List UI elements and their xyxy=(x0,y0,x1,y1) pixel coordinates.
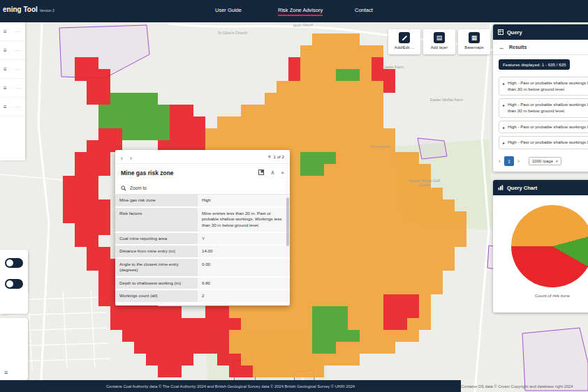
collapse-icon[interactable]: ∧ xyxy=(270,170,274,176)
table-row: Mine gas risk zoneHigh xyxy=(115,195,290,206)
app-version: Version 3 xyxy=(40,8,54,13)
results-label: Results xyxy=(509,45,527,50)
query-icon xyxy=(498,29,504,35)
query-chart-header: Query Chart xyxy=(493,180,588,195)
query-chart-panel: Query Chart Count of risk zone xyxy=(493,180,588,312)
results-header: ← Results xyxy=(493,40,588,55)
chevron-right-icon[interactable]: › xyxy=(517,158,520,165)
nav-risk-zone-advisory[interactable]: Risk Zone Advisory xyxy=(278,7,323,16)
basemap-icon: ▦ xyxy=(469,32,480,43)
map-label: Castle Farm xyxy=(383,65,404,69)
query-chart-title: Query Chart xyxy=(507,185,537,191)
row-label: Coal mine reporting area xyxy=(115,233,198,245)
ellipsis-icon[interactable]: ··· xyxy=(15,86,22,91)
result-label: High - Past or probable shallow workings… xyxy=(508,124,588,130)
bar-chart-icon xyxy=(498,185,504,190)
ellipsis-icon[interactable]: ··· xyxy=(15,105,22,110)
chevron-down-icon: ▾ xyxy=(556,159,558,163)
row-value: 14.00 xyxy=(198,246,290,257)
edit-icon xyxy=(399,32,410,43)
page-number-button[interactable]: 1 xyxy=(504,156,514,166)
zoom-to-label: Zoom to xyxy=(130,186,147,190)
chevron-right-icon: ▸ xyxy=(503,103,505,114)
tool-label: Add/Edit ... xyxy=(395,45,414,50)
layer-row[interactable]: ≡··· xyxy=(0,22,25,41)
table-row: Depth to shallowest working (m)9.80 xyxy=(115,278,290,289)
legend-icon: ≡ xyxy=(3,66,7,73)
popup-scrollbar[interactable] xyxy=(286,197,289,246)
map-toolbar: Add/Edit ... ▤ Add layer ▦ Basemaps xyxy=(388,29,490,54)
layer-row[interactable]: ≡··· xyxy=(0,98,25,116)
legend-icon: ≡ xyxy=(3,47,7,54)
query-panel-title: Query xyxy=(507,29,522,36)
ellipsis-icon[interactable]: ··· xyxy=(15,29,22,34)
back-arrow-icon[interactable]: ← xyxy=(499,44,505,51)
attribution-bar: Contains Coal Authority data © The Coal … xyxy=(0,380,461,392)
toggle-knob xyxy=(6,280,13,287)
chevron-right-icon: ▸ xyxy=(503,140,505,146)
legend-icon: ≡ xyxy=(3,29,7,35)
result-label: High - Past or probable shallow workings… xyxy=(508,102,588,114)
attribution-text: Contains Coal Authority data © The Coal … xyxy=(106,384,355,389)
dock-icon[interactable] xyxy=(258,169,264,176)
tool-label: Add layer xyxy=(431,45,448,50)
nav-contact[interactable]: Contact xyxy=(355,7,373,13)
pie-chart xyxy=(511,205,588,287)
layer-row[interactable]: ≡··· xyxy=(0,41,25,60)
ellipsis-icon[interactable]: ··· xyxy=(15,67,22,72)
page-size-value: 1000 /page xyxy=(532,159,553,163)
table-row: Workings count (all)2 xyxy=(115,290,290,302)
row-label: Risk factors xyxy=(115,208,198,232)
ellipsis-icon[interactable]: ··· xyxy=(15,48,22,53)
chevron-left-icon[interactable]: ‹ xyxy=(121,155,123,162)
close-icon[interactable]: × xyxy=(281,170,284,176)
layer-list-panel: ≡··· ≡··· ≡··· ≡··· ≡··· xyxy=(0,22,25,160)
add-layer-button[interactable]: ▤ Add layer xyxy=(423,29,455,54)
basemaps-button[interactable]: ▦ Basemaps xyxy=(458,29,490,54)
pie-chart-caption: Count of risk zone xyxy=(493,293,588,298)
nav-user-guide[interactable]: User Guide xyxy=(215,7,242,13)
result-item[interactable]: ▸ High - Past or probable shallow workin… xyxy=(499,77,588,96)
tool-label: Basemaps xyxy=(464,45,483,50)
features-displayed-badge: Features displayed: 1 - 635 / 635 xyxy=(499,59,570,70)
table-row: Distance from mine entry (m)14.00 xyxy=(115,246,290,257)
row-value: Y xyxy=(198,233,290,245)
layer-toggle[interactable] xyxy=(5,279,23,289)
layer-toggle-panel xyxy=(0,250,28,314)
map-label: Easter Moffat Farm xyxy=(430,98,463,102)
legend-icon[interactable]: ≡ xyxy=(4,369,8,376)
popup-title: Mine gas risk zone xyxy=(121,169,258,176)
row-label: Distance from mine entry (m) xyxy=(115,246,198,257)
map-label: Easter Moffat Golf Course xyxy=(405,179,444,187)
result-item[interactable]: ▸ High - Past or probable shallow workin… xyxy=(499,121,588,134)
add-edit-button[interactable]: Add/Edit ... xyxy=(388,29,420,54)
result-item[interactable]: ▸ High - Past or probable shallow workin… xyxy=(499,136,588,149)
layer-row[interactable]: ≡··· xyxy=(0,60,25,79)
popup-pager: ‹› ≡ 1 of 2 xyxy=(115,150,290,164)
row-label: Angle to the closest mine entry (degrees… xyxy=(115,259,198,276)
map-label: St Giles's Church xyxy=(218,31,247,35)
chevron-right-icon[interactable]: › xyxy=(130,155,132,162)
app-title: ening ToolVersion 3 xyxy=(3,6,54,13)
page-size-select[interactable]: 1000 /page ▾ xyxy=(529,157,561,165)
popup-header: Mine gas risk zone ∧ × xyxy=(115,164,290,182)
layer-row[interactable]: ≡··· xyxy=(0,79,25,98)
zoom-to-link[interactable]: Zoom to xyxy=(115,182,290,195)
toggle-knob xyxy=(6,259,13,266)
legend-icon: ≡ xyxy=(3,104,7,110)
top-nav: ening ToolVersion 3 User Guide Risk Zone… xyxy=(0,0,588,22)
legend-panel: ≡ xyxy=(0,318,28,380)
query-panel: Query ← Results Features displayed: 1 - … xyxy=(493,24,588,172)
row-value: 9.80 xyxy=(198,278,290,289)
layer-toggle[interactable] xyxy=(5,258,23,268)
chevron-left-icon[interactable]: ‹ xyxy=(499,158,501,165)
app-root: Main Street St Giles's Church Castle Far… xyxy=(0,0,588,392)
row-label: Workings count (all) xyxy=(115,290,198,302)
legend-icon: ≡ xyxy=(3,85,7,91)
app-title-text: ening Tool xyxy=(3,6,38,13)
row-value: Mine entries less than 20 m. Past or pro… xyxy=(198,208,290,232)
add-layer-icon: ▤ xyxy=(434,32,445,43)
result-item[interactable]: ▸ High - Past or probable shallow workin… xyxy=(499,98,588,117)
pagination: ‹ 1 › 1000 /page ▾ xyxy=(493,152,588,172)
chevron-right-icon: ▸ xyxy=(503,81,505,92)
